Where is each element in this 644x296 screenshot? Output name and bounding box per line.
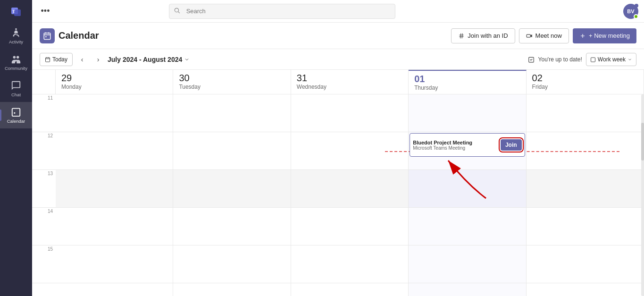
time-12: 12 bbox=[32, 132, 56, 170]
chat-icon bbox=[11, 80, 21, 91]
scrollbar-track bbox=[641, 94, 644, 296]
day-header-wed: 31 Wednesday bbox=[291, 70, 409, 94]
svg-rect-1 bbox=[14, 9, 21, 16]
calendar-body: 11 12 13 14 15 bbox=[32, 94, 644, 296]
calendar-header-icon bbox=[43, 32, 51, 40]
sidebar-item-calendar[interactable]: Calendar bbox=[0, 102, 32, 128]
join-with-id-button[interactable]: Join with an ID bbox=[451, 28, 515, 43]
thu-14 bbox=[409, 208, 526, 245]
fri-12 bbox=[527, 132, 644, 170]
svg-rect-14 bbox=[591, 58, 595, 62]
next-nav-button[interactable]: › bbox=[92, 53, 105, 66]
new-meeting-button[interactable]: + New meeting bbox=[573, 28, 636, 43]
tue-11 bbox=[173, 94, 290, 132]
plus-icon bbox=[579, 33, 586, 39]
view-icon bbox=[590, 57, 596, 62]
time-11: 11 bbox=[32, 94, 56, 132]
activity-label: Activity bbox=[9, 39, 23, 44]
thu-13 bbox=[409, 170, 526, 208]
day-header-mon: 29 Monday bbox=[56, 70, 173, 94]
today-icon bbox=[45, 57, 50, 62]
calendar-header-actions: Join with an ID Meet now + New meeting bbox=[451, 28, 636, 43]
meet-now-button[interactable]: Meet now bbox=[519, 28, 569, 43]
notification-dot bbox=[635, 4, 638, 8]
more-options-button[interactable]: ••• bbox=[38, 4, 53, 19]
fri-15 bbox=[527, 245, 644, 283]
days-header: 29 Monday 30 Tuesday 31 Wednesday 01 Thu… bbox=[32, 70, 644, 94]
calendar-label: Calendar bbox=[7, 118, 25, 124]
day-col-tue bbox=[173, 94, 291, 296]
thu-15 bbox=[409, 245, 526, 283]
svg-rect-10 bbox=[45, 36, 46, 37]
tue-13 bbox=[173, 170, 290, 208]
day-header-thu: 01 Thursday bbox=[409, 70, 526, 94]
prev-nav-button[interactable]: ‹ bbox=[75, 53, 89, 66]
fri-13 bbox=[527, 170, 644, 208]
video-icon bbox=[526, 33, 533, 39]
today-button[interactable]: Today bbox=[40, 53, 73, 66]
avatar-container: BV bbox=[623, 4, 638, 19]
mon-11 bbox=[56, 94, 173, 132]
tue-12 bbox=[173, 132, 290, 170]
activity-icon bbox=[11, 27, 21, 38]
tue-15 bbox=[173, 245, 290, 283]
time-15: 15 bbox=[32, 245, 56, 283]
time-column: 11 12 13 14 15 bbox=[32, 94, 56, 296]
wed-11 bbox=[291, 94, 408, 132]
wed-13 bbox=[291, 170, 408, 208]
meeting-event[interactable]: Bluedot Project Meeting Microsoft Teams … bbox=[410, 133, 525, 157]
mon-14 bbox=[56, 208, 173, 245]
time-13: 13 bbox=[32, 170, 56, 208]
sidebar-item-community[interactable]: Community bbox=[0, 49, 32, 76]
calendar-header: Calendar Join with an ID Meet now + Ne bbox=[32, 23, 644, 49]
wed-12 bbox=[291, 132, 408, 170]
svg-rect-9 bbox=[44, 33, 50, 40]
calendar-grid: 29 Monday 30 Tuesday 31 Wednesday 01 Thu… bbox=[32, 70, 644, 296]
wed-15 bbox=[291, 245, 408, 283]
online-status-dot bbox=[634, 14, 638, 19]
day-col-mon bbox=[56, 94, 173, 296]
svg-point-4 bbox=[17, 56, 19, 59]
day-header-fri: 02 Friday bbox=[527, 70, 644, 94]
day-col-wed bbox=[291, 94, 409, 296]
calendar-icon-wrap bbox=[40, 28, 55, 43]
time-14: 14 bbox=[32, 208, 56, 245]
date-range[interactable]: July 2024 - August 2024 bbox=[108, 56, 190, 63]
scrollbar-thumb[interactable] bbox=[641, 123, 644, 161]
meeting-title: Bluedot Project Meeting bbox=[413, 140, 472, 145]
toolbar-right: You're up to date! Work week bbox=[528, 53, 636, 66]
community-label: Community bbox=[5, 66, 27, 71]
day-header-tue: 30 Tuesday bbox=[173, 70, 291, 94]
calendar-title: Calendar bbox=[59, 30, 99, 41]
search-bar bbox=[169, 4, 395, 19]
svg-point-3 bbox=[13, 56, 16, 59]
time-col-header bbox=[32, 70, 56, 94]
main-content: ••• BV Calenda bbox=[32, 0, 644, 296]
view-select[interactable]: Work week bbox=[586, 53, 636, 66]
up-to-date-label: You're up to date! bbox=[538, 56, 582, 63]
sidebar-item-activity[interactable]: Activity bbox=[0, 23, 32, 49]
view-chevron-icon bbox=[627, 57, 632, 62]
day-col-thu: Bluedot Project Meeting Microsoft Teams … bbox=[409, 94, 526, 296]
mon-15 bbox=[56, 245, 173, 283]
svg-rect-6 bbox=[14, 112, 15, 114]
day-col-fri bbox=[527, 94, 644, 296]
svg-text:T: T bbox=[12, 9, 15, 14]
topbar: ••• BV bbox=[32, 0, 644, 23]
wed-14 bbox=[291, 208, 408, 245]
fri-14 bbox=[527, 208, 644, 245]
svg-rect-12 bbox=[46, 58, 50, 62]
fri-11 bbox=[527, 94, 644, 132]
search-input[interactable] bbox=[169, 4, 395, 19]
svg-point-7 bbox=[175, 8, 178, 12]
topbar-right: BV bbox=[623, 4, 638, 19]
sidebar-item-chat[interactable]: Chat bbox=[0, 76, 32, 102]
join-meeting-button[interactable]: Join bbox=[501, 139, 522, 151]
tue-14 bbox=[173, 208, 290, 245]
meeting-info: Bluedot Project Meeting Microsoft Teams … bbox=[413, 140, 472, 151]
svg-rect-11 bbox=[527, 34, 530, 37]
thu-11 bbox=[409, 94, 526, 132]
mon-13 bbox=[56, 170, 173, 208]
calendar-nav-icon bbox=[11, 107, 21, 117]
thu-12: Bluedot Project Meeting Microsoft Teams … bbox=[409, 132, 526, 170]
